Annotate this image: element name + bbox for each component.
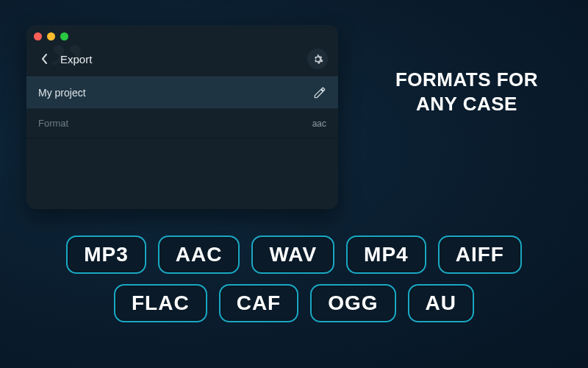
format-chip-row-2: FLAC CAF OGG AU: [114, 284, 474, 322]
format-chip-flac[interactable]: FLAC: [114, 284, 207, 322]
format-row[interactable]: Format aac: [26, 109, 338, 138]
format-chip-au[interactable]: AU: [408, 284, 474, 322]
panel-title: Export: [60, 53, 307, 66]
format-chip-ogg[interactable]: OGG: [310, 284, 395, 322]
headline-line-2: ANY CASE: [364, 92, 570, 116]
promo-headline: FORMATS FOR ANY CASE: [364, 68, 570, 116]
close-window-button[interactable]: [34, 32, 42, 40]
format-chip-row-1: MP3 AAC WAV MP4 AIFF: [66, 236, 522, 274]
format-chip-aac[interactable]: AAC: [158, 236, 240, 274]
pencil-icon: [313, 86, 326, 99]
minimize-window-button[interactable]: [47, 32, 55, 40]
project-name-row[interactable]: My project: [26, 77, 338, 109]
format-chip-aiff[interactable]: AIFF: [438, 236, 522, 274]
format-chip-mp4[interactable]: MP4: [346, 236, 426, 274]
panel-header: Export: [26, 47, 338, 77]
export-panel: ” Export My project Format aa: [26, 25, 338, 209]
maximize-window-button[interactable]: [60, 32, 68, 40]
window-traffic-lights: [34, 32, 68, 40]
format-value: aac: [312, 118, 326, 129]
back-button[interactable]: [37, 51, 53, 67]
edit-project-name-button[interactable]: [313, 86, 326, 99]
format-chip-caf[interactable]: CAF: [219, 284, 299, 322]
format-chip-wav[interactable]: WAV: [251, 236, 334, 274]
window-titlebar: [26, 25, 338, 47]
chevron-left-icon: [41, 54, 49, 64]
gear-icon: [312, 54, 323, 65]
format-chip-mp3[interactable]: MP3: [66, 236, 146, 274]
settings-button[interactable]: [307, 49, 328, 69]
format-label: Format: [38, 118, 312, 129]
format-chips: MP3 AAC WAV MP4 AIFF FLAC CAF OGG AU: [0, 236, 588, 322]
headline-line-1: FORMATS FOR: [364, 68, 570, 92]
project-name-value: My project: [38, 87, 313, 99]
